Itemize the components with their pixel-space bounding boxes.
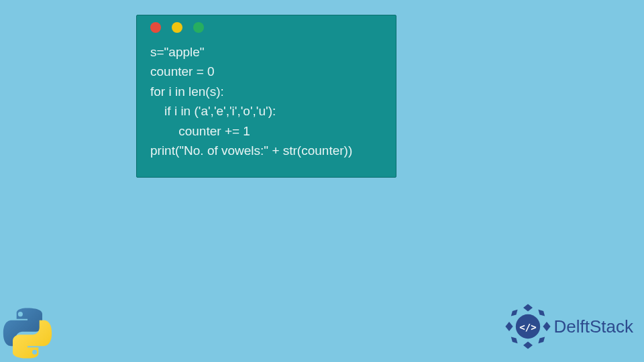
svg-marker-0 <box>523 304 533 311</box>
svg-marker-6 <box>511 337 517 343</box>
close-icon <box>150 22 161 33</box>
svg-marker-7 <box>538 337 545 343</box>
brand-name: DelftStack <box>554 316 634 337</box>
svg-marker-3 <box>543 322 550 331</box>
svg-marker-5 <box>538 310 545 316</box>
code-line: counter += 1 <box>150 124 250 138</box>
svg-text:</>: </> <box>519 322 536 333</box>
brand-logo: </> DelftStack <box>504 303 634 350</box>
code-block: s="apple" counter = 0 for i in len(s): i… <box>137 40 396 177</box>
code-line: s="apple" <box>150 45 205 59</box>
code-line: if i in ('a','e','i','o','u'): <box>150 104 276 118</box>
svg-marker-1 <box>523 341 533 349</box>
python-logo-icon <box>1 307 54 359</box>
code-line: counter = 0 <box>150 64 215 78</box>
code-line: for i in len(s): <box>150 84 224 99</box>
brand-badge-icon: </> <box>504 303 551 350</box>
code-line: print("No. of vowels:" + str(counter)) <box>150 143 352 158</box>
svg-marker-4 <box>511 310 517 316</box>
window-titlebar <box>137 15 396 40</box>
code-window: s="apple" counter = 0 for i in len(s): i… <box>136 15 396 178</box>
minimize-icon <box>172 22 182 33</box>
maximize-icon <box>193 22 204 33</box>
svg-marker-2 <box>505 322 513 331</box>
